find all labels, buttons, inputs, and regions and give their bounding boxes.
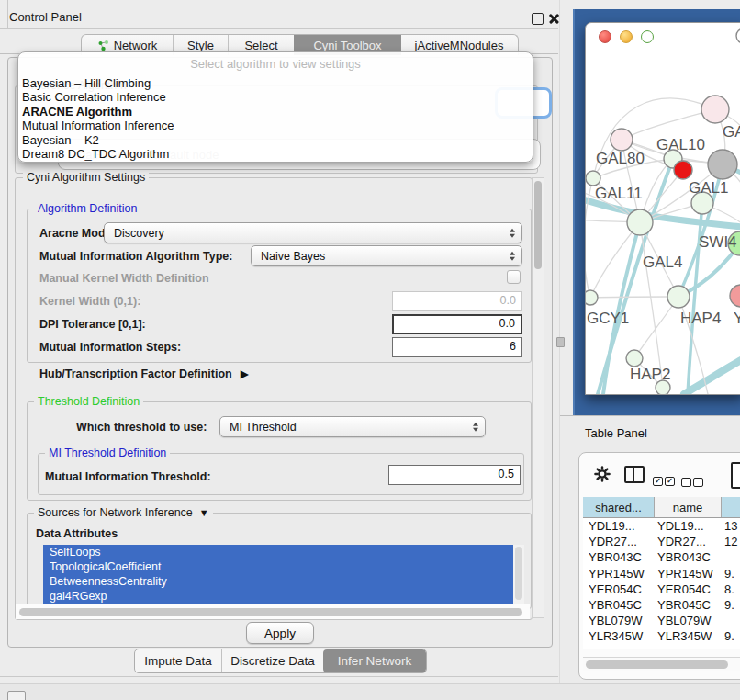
settings-vertical-scrollbar[interactable]	[532, 177, 544, 618]
stepper-arrows-icon	[510, 251, 515, 261]
hub-factor-expander[interactable]: Hub/Transcription Factor Definition ▶	[39, 367, 249, 380]
gear-icon[interactable]	[594, 466, 611, 486]
threshold-definition-title: Threshold Definition	[34, 395, 143, 408]
settings-horizontal-scrollbar[interactable]	[16, 604, 530, 619]
kernel-width-input[interactable]: 0.0	[392, 291, 522, 311]
mi-threshold-input[interactable]: 0.5	[388, 465, 521, 485]
stepper-arrows-icon	[510, 228, 515, 238]
table-row[interactable]: YDL19... YDL19... 13	[583, 518, 740, 534]
list-item-gal4rgexp[interactable]: gal4RGexp	[43, 589, 518, 604]
table-toolbar: ✓✓ ✓✓	[579, 453, 740, 496]
algorithm-option-dream8[interactable]: Dream8 DC_TDC Algorithm	[18, 147, 533, 161]
node-label: GAL4	[643, 254, 682, 271]
network-icon	[97, 40, 109, 51]
cyni-bottom-tabs: Impute Data Discretize Data Infer Networ…	[134, 649, 427, 673]
zoom-window-icon[interactable]	[641, 30, 654, 43]
algorithm-option-bayesian-k2[interactable]: Bayesian – K2	[18, 133, 533, 147]
scrollbar-thumb[interactable]	[586, 660, 728, 669]
table-panel-title: Table Panel	[585, 426, 647, 440]
table-horizontal-scrollbar[interactable]	[583, 657, 740, 671]
data-attributes-list[interactable]: SelfLoops TopologicalCoefficient Between…	[43, 545, 524, 604]
dropdown-hint: Select algorithm to view settings	[18, 57, 533, 71]
algorithm-dropdown-popup: Select algorithm to view settings Bayesi…	[17, 51, 533, 163]
column-header-clipped[interactable]	[722, 497, 740, 517]
splitter-handle[interactable]	[556, 337, 565, 347]
expand-right-icon[interactable]: ▶	[241, 367, 249, 380]
sources-collapser[interactable]: Sources for Network Inference ▼	[34, 506, 213, 519]
algorithm-option-mutual-information[interactable]: Mutual Information Inference	[18, 119, 533, 132]
tab-infer-network[interactable]: Infer Network	[323, 649, 426, 672]
table-header: shared... name	[583, 497, 740, 518]
list-item-topologicalcoefficient[interactable]: TopologicalCoefficient	[43, 559, 518, 574]
network-node-hap2[interactable]	[626, 350, 643, 367]
data-attributes-label: Data Attributes	[36, 527, 118, 540]
network-node-hap4[interactable]	[667, 286, 690, 308]
network-node-gal11[interactable]	[586, 171, 600, 186]
mi-algorithm-type-select[interactable]: Naive Bayes	[251, 245, 522, 266]
tab-impute-data[interactable]: Impute Data	[135, 649, 221, 672]
mi-steps-input[interactable]: 6	[392, 337, 522, 357]
table-window: ✓✓ ✓✓ shared... name YDL19... YDL19... 1…	[578, 452, 740, 680]
collapsed-panel-button[interactable]	[7, 691, 26, 700]
table-panel-top-edge	[560, 415, 740, 416]
table-row[interactable]: YLR345W YLR345W 9.	[583, 628, 740, 644]
algorithm-option-bayesian-hill-climbing[interactable]: Bayesian – Hill Climbing	[18, 76, 533, 90]
list-item-betweennesscentrality[interactable]: BetweennessCentrality	[43, 574, 518, 589]
apply-button[interactable]: Apply	[246, 622, 314, 644]
network-node[interactable]	[674, 161, 692, 179]
mi-threshold-label: Mutual Information Threshold:	[45, 470, 211, 483]
node-label: Y	[734, 310, 740, 327]
minimize-window-icon[interactable]	[620, 30, 633, 43]
table-row[interactable]: YDR27... YDR27... 12	[583, 534, 740, 549]
mi-algorithm-type-label: Mutual Information Algorithm Type:	[39, 250, 232, 263]
dpi-tolerance-label: DPI Tolerance [0,1]:	[39, 318, 146, 331]
table-row[interactable]: YBR045C YBR045C 9.	[583, 597, 740, 613]
panel-title: Control Panel	[9, 10, 82, 24]
aracne-mode-select[interactable]: Discovery	[104, 222, 522, 243]
stepper-arrows-icon	[473, 422, 478, 432]
node-label: GAL10	[656, 136, 705, 153]
scrollbar-thumb[interactable]	[534, 181, 542, 269]
collapse-down-icon[interactable]: ▼	[199, 507, 209, 518]
which-threshold-select[interactable]: MI Threshold	[219, 416, 486, 437]
application-window: Control Panel Network	[0, 0, 740, 700]
network-frame[interactable]: GALGAL80GAL10GAL11GAL1GAL4SWI4GCY1HAP4YH…	[573, 9, 740, 415]
select-checkboxes-icon[interactable]: ✓✓	[653, 470, 675, 487]
tab-discretize-data[interactable]: Discretize Data	[222, 649, 323, 672]
network-canvas[interactable]: GALGAL80GAL10GAL11GAL1GAL4SWI4GCY1HAP4YH…	[586, 23, 740, 394]
column-selector-icon[interactable]	[624, 466, 645, 483]
network-node-gcy1[interactable]	[586, 290, 598, 305]
titlebar-divider	[0, 28, 558, 29]
network-node[interactable]	[656, 380, 670, 394]
table-row[interactable]: YBR043C YBR043C	[583, 549, 740, 565]
list-vertical-scrollbar[interactable]	[513, 545, 524, 604]
table-row[interactable]: YBL079W YBL079W	[583, 613, 740, 628]
clear-checkboxes-icon[interactable]: ✓✓	[681, 471, 703, 488]
node-label: GAL	[723, 123, 740, 141]
network-node-gal4[interactable]	[627, 209, 653, 235]
network-node[interactable]	[736, 28, 740, 43]
table-row[interactable]: YPR145W YPR145W 9.	[583, 566, 740, 581]
scrollbar-thumb[interactable]	[515, 547, 522, 600]
network-node-y[interactable]	[730, 285, 740, 307]
function-builder-icon[interactable]	[731, 462, 740, 489]
status-bar	[0, 683, 740, 700]
dpi-tolerance-input[interactable]: 0.0	[392, 314, 522, 334]
table-row[interactable]: YER054C YER054C 8.	[583, 581, 740, 597]
float-panel-button[interactable]	[532, 13, 544, 25]
list-item-selfloops[interactable]: SelfLoops	[43, 545, 518, 559]
manual-kernel-width-checkbox[interactable]	[507, 270, 521, 284]
algorithm-option-aracne[interactable]: ARACNE Algorithm	[18, 105, 533, 119]
network-node-gal80[interactable]	[611, 129, 633, 151]
cyni-toolbox-content: Inference Algorithm galFiltered.sif defa…	[7, 57, 553, 648]
algorithm-option-basic-correlation[interactable]: Basic Correlation Inference	[18, 90, 533, 104]
scrollbar-thumb[interactable]	[19, 608, 522, 616]
network-node[interactable]	[708, 150, 737, 179]
column-header-shared[interactable]: shared...	[583, 497, 655, 517]
column-header-name[interactable]: name	[655, 497, 722, 517]
network-node-gal[interactable]	[701, 96, 729, 123]
network-view-window[interactable]: GALGAL80GAL10GAL11GAL1GAL4SWI4GCY1HAP4YH…	[585, 22, 740, 395]
table-row[interactable]: YIL052C YIL052C 9.	[583, 645, 740, 650]
close-window-icon[interactable]	[599, 30, 611, 43]
node-label: SWI4	[699, 233, 737, 251]
